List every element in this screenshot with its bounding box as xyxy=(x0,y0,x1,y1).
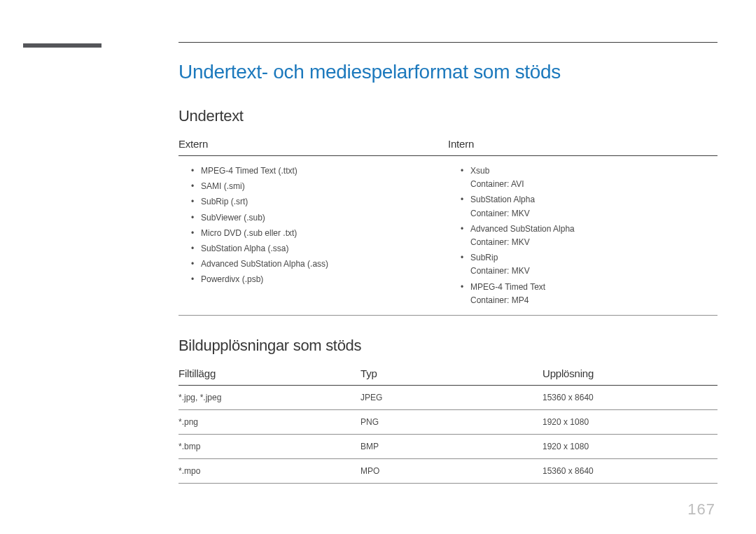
list-item: •MPEG-4 Timed Text (.ttxt) xyxy=(178,163,448,178)
table-row: *.bmpBMP1920 x 1080 xyxy=(178,435,718,459)
list-item: •Advanced SubStation Alpha (.ass) xyxy=(178,256,448,272)
bullet-icon: • xyxy=(191,258,201,269)
list-item-subtext: Container: MKV xyxy=(448,208,718,221)
list-item-label: SubRip xyxy=(470,252,718,263)
cell-ext: *.png xyxy=(178,417,360,427)
table-row: *.pngPNG1920 x 1080 xyxy=(178,410,718,435)
list-item: •SubStation Alpha xyxy=(448,192,718,207)
list-item: •Xsub xyxy=(448,163,718,178)
list-item-label: Advanced SubStation Alpha xyxy=(470,223,718,234)
list-item-label: Xsub xyxy=(470,165,718,176)
list-item-label: SAMI (.smi) xyxy=(201,181,448,192)
cell-type: JPEG xyxy=(360,393,542,402)
bullet-icon: • xyxy=(191,165,201,176)
bullet-icon: • xyxy=(461,223,470,234)
image-table-header-res: Upplösning xyxy=(542,367,718,379)
bullet-icon: • xyxy=(461,165,470,176)
cell-ext: *.mpo xyxy=(178,466,360,476)
cell-ext: *.jpg, *.jpeg xyxy=(178,393,360,402)
list-item: •SubStation Alpha (.ssa) xyxy=(178,241,448,256)
main-heading: Undertext- och mediespelarformat som stö… xyxy=(178,61,718,83)
cell-type: MPO xyxy=(360,466,542,476)
cell-ext: *.bmp xyxy=(178,442,360,451)
intern-column: Intern •XsubContainer: AVI•SubStation Al… xyxy=(448,135,718,308)
table-row: *.mpoMPO15360 x 8640 xyxy=(178,459,718,484)
list-item-label: SubStation Alpha xyxy=(470,194,718,205)
extern-column: Extern •MPEG-4 Timed Text (.ttxt)•SAMI (… xyxy=(178,135,448,308)
image-table-header-type: Typ xyxy=(360,367,542,379)
bullet-icon: • xyxy=(191,181,201,192)
list-item-label: SubRip (.srt) xyxy=(201,196,448,207)
list-item-label: MPEG-4 Timed Text (.ttxt) xyxy=(201,165,448,176)
image-table-headers: Filtillägg Typ Upplösning xyxy=(178,365,718,385)
cell-type: BMP xyxy=(360,442,542,451)
cell-res: 15360 x 8640 xyxy=(542,393,718,402)
list-item-label: Advanced SubStation Alpha (.ass) xyxy=(201,258,448,269)
list-item: •SubRip xyxy=(448,250,718,265)
subtitle-section-bottom-rule xyxy=(178,315,718,316)
list-item-label: Micro DVD (.sub eller .txt) xyxy=(201,227,448,239)
image-table-body: *.jpg, *.jpegJPEG15360 x 8640*.pngPNG192… xyxy=(178,386,718,484)
list-item-subtext: Container: AVI xyxy=(448,178,718,192)
intern-header: Intern xyxy=(448,135,718,155)
top-rule xyxy=(178,42,718,43)
bullet-icon: • xyxy=(191,196,201,207)
cell-res: 15360 x 8640 xyxy=(542,466,718,476)
extern-list: •MPEG-4 Timed Text (.ttxt)•SAMI (.smi)•S… xyxy=(178,156,448,288)
bullet-icon: • xyxy=(191,227,201,239)
bullet-icon: • xyxy=(461,252,470,263)
intern-list: •XsubContainer: AVI•SubStation AlphaCont… xyxy=(448,156,718,308)
page-number: 167 xyxy=(687,500,715,519)
table-row: *.jpg, *.jpegJPEG15360 x 8640 xyxy=(178,386,718,410)
list-item: •Micro DVD (.sub eller .txt) xyxy=(178,225,448,241)
list-item-label: MPEG-4 Timed Text xyxy=(470,281,718,293)
image-table-header-ext: Filtillägg xyxy=(178,367,360,379)
bullet-icon: • xyxy=(461,281,470,293)
image-resolution-section: Bildupplösningar som stöds Filtillägg Ty… xyxy=(178,337,718,484)
subtitle-columns: Extern •MPEG-4 Timed Text (.ttxt)•SAMI (… xyxy=(178,135,718,308)
list-item-label: SubStation Alpha (.ssa) xyxy=(201,243,448,254)
list-item-subtext: Container: MKV xyxy=(448,237,718,250)
bullet-icon: • xyxy=(461,194,470,205)
bullet-icon: • xyxy=(191,243,201,254)
page-tab-marker xyxy=(23,43,102,48)
page-content: Undertext- och mediespelarformat som stö… xyxy=(178,42,718,505)
list-item-label: SubViewer (.sub) xyxy=(201,212,448,223)
list-item-subtext: Container: MP4 xyxy=(448,295,718,308)
list-item: •SubViewer (.sub) xyxy=(178,210,448,225)
list-item: •MPEG-4 Timed Text xyxy=(448,279,718,295)
bullet-icon: • xyxy=(191,274,201,285)
cell-type: PNG xyxy=(360,417,542,427)
list-item: •Advanced SubStation Alpha xyxy=(448,221,718,237)
subtitle-section-heading: Undertext xyxy=(178,107,718,125)
list-item-label: Powerdivx (.psb) xyxy=(201,274,448,285)
cell-res: 1920 x 1080 xyxy=(542,442,718,451)
image-resolution-heading: Bildupplösningar som stöds xyxy=(178,337,718,355)
list-item: •Powerdivx (.psb) xyxy=(178,272,448,287)
list-item-subtext: Container: MKV xyxy=(448,265,718,279)
bullet-icon: • xyxy=(191,212,201,223)
list-item: •SubRip (.srt) xyxy=(178,194,448,209)
cell-res: 1920 x 1080 xyxy=(542,417,718,427)
subtitle-section: Undertext Extern •MPEG-4 Timed Text (.tt… xyxy=(178,107,718,316)
list-item: •SAMI (.smi) xyxy=(178,178,448,194)
extern-header: Extern xyxy=(178,135,448,155)
